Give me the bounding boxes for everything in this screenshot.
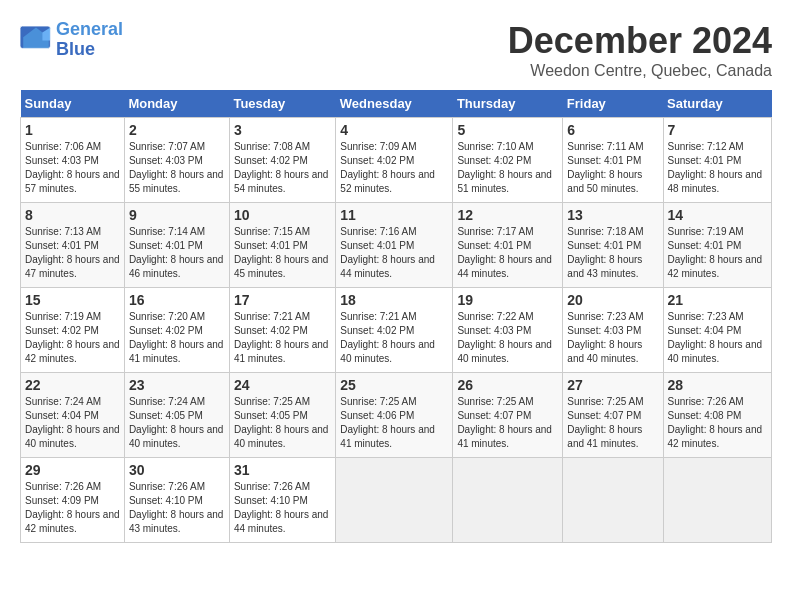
calendar-day-cell: 31 Sunrise: 7:26 AM Sunset: 4:10 PM Dayl… — [229, 458, 335, 543]
day-number: 4 — [340, 122, 448, 138]
calendar-day-cell: 5 Sunrise: 7:10 AM Sunset: 4:02 PM Dayli… — [453, 118, 563, 203]
day-number: 13 — [567, 207, 658, 223]
day-info: Sunrise: 7:25 AM Sunset: 4:07 PM Dayligh… — [567, 395, 658, 451]
day-info: Sunrise: 7:06 AM Sunset: 4:03 PM Dayligh… — [25, 140, 120, 196]
calendar-day-cell: 8 Sunrise: 7:13 AM Sunset: 4:01 PM Dayli… — [21, 203, 125, 288]
day-number: 15 — [25, 292, 120, 308]
calendar-day-cell: 28 Sunrise: 7:26 AM Sunset: 4:08 PM Dayl… — [663, 373, 771, 458]
calendar-day-cell — [453, 458, 563, 543]
calendar-day-cell: 11 Sunrise: 7:16 AM Sunset: 4:01 PM Dayl… — [336, 203, 453, 288]
calendar-day-header: Friday — [563, 90, 663, 118]
day-number: 7 — [668, 122, 767, 138]
calendar-day-cell: 27 Sunrise: 7:25 AM Sunset: 4:07 PM Dayl… — [563, 373, 663, 458]
calendar-day-cell: 12 Sunrise: 7:17 AM Sunset: 4:01 PM Dayl… — [453, 203, 563, 288]
calendar-week-row: 1 Sunrise: 7:06 AM Sunset: 4:03 PM Dayli… — [21, 118, 772, 203]
calendar-day-cell: 13 Sunrise: 7:18 AM Sunset: 4:01 PM Dayl… — [563, 203, 663, 288]
day-info: Sunrise: 7:23 AM Sunset: 4:03 PM Dayligh… — [567, 310, 658, 366]
calendar-header-row: SundayMondayTuesdayWednesdayThursdayFrid… — [21, 90, 772, 118]
title-section: December 2024 Weedon Centre, Quebec, Can… — [508, 20, 772, 80]
calendar-week-row: 29 Sunrise: 7:26 AM Sunset: 4:09 PM Dayl… — [21, 458, 772, 543]
day-number: 18 — [340, 292, 448, 308]
day-info: Sunrise: 7:13 AM Sunset: 4:01 PM Dayligh… — [25, 225, 120, 281]
day-info: Sunrise: 7:26 AM Sunset: 4:09 PM Dayligh… — [25, 480, 120, 536]
day-info: Sunrise: 7:21 AM Sunset: 4:02 PM Dayligh… — [340, 310, 448, 366]
logo-text: General Blue — [56, 20, 123, 60]
calendar-day-cell: 14 Sunrise: 7:19 AM Sunset: 4:01 PM Dayl… — [663, 203, 771, 288]
calendar-day-header: Sunday — [21, 90, 125, 118]
calendar-day-cell: 7 Sunrise: 7:12 AM Sunset: 4:01 PM Dayli… — [663, 118, 771, 203]
day-number: 23 — [129, 377, 225, 393]
day-info: Sunrise: 7:07 AM Sunset: 4:03 PM Dayligh… — [129, 140, 225, 196]
calendar-day-cell: 16 Sunrise: 7:20 AM Sunset: 4:02 PM Dayl… — [124, 288, 229, 373]
calendar-day-header: Wednesday — [336, 90, 453, 118]
day-number: 17 — [234, 292, 331, 308]
day-info: Sunrise: 7:11 AM Sunset: 4:01 PM Dayligh… — [567, 140, 658, 196]
day-info: Sunrise: 7:24 AM Sunset: 4:05 PM Dayligh… — [129, 395, 225, 451]
day-number: 29 — [25, 462, 120, 478]
page-header: General Blue December 2024 Weedon Centre… — [20, 20, 772, 80]
calendar-table: SundayMondayTuesdayWednesdayThursdayFrid… — [20, 90, 772, 543]
day-number: 5 — [457, 122, 558, 138]
calendar-day-cell: 18 Sunrise: 7:21 AM Sunset: 4:02 PM Dayl… — [336, 288, 453, 373]
day-number: 30 — [129, 462, 225, 478]
calendar-day-cell: 2 Sunrise: 7:07 AM Sunset: 4:03 PM Dayli… — [124, 118, 229, 203]
day-number: 26 — [457, 377, 558, 393]
calendar-day-cell: 1 Sunrise: 7:06 AM Sunset: 4:03 PM Dayli… — [21, 118, 125, 203]
day-info: Sunrise: 7:19 AM Sunset: 4:02 PM Dayligh… — [25, 310, 120, 366]
day-number: 24 — [234, 377, 331, 393]
day-number: 27 — [567, 377, 658, 393]
calendar-day-cell: 3 Sunrise: 7:08 AM Sunset: 4:02 PM Dayli… — [229, 118, 335, 203]
calendar-day-cell — [663, 458, 771, 543]
day-number: 8 — [25, 207, 120, 223]
calendar-day-header: Saturday — [663, 90, 771, 118]
day-number: 10 — [234, 207, 331, 223]
day-number: 12 — [457, 207, 558, 223]
calendar-day-cell: 23 Sunrise: 7:24 AM Sunset: 4:05 PM Dayl… — [124, 373, 229, 458]
day-info: Sunrise: 7:26 AM Sunset: 4:10 PM Dayligh… — [129, 480, 225, 536]
day-info: Sunrise: 7:21 AM Sunset: 4:02 PM Dayligh… — [234, 310, 331, 366]
calendar-day-cell: 21 Sunrise: 7:23 AM Sunset: 4:04 PM Dayl… — [663, 288, 771, 373]
day-number: 2 — [129, 122, 225, 138]
calendar-day-cell: 25 Sunrise: 7:25 AM Sunset: 4:06 PM Dayl… — [336, 373, 453, 458]
calendar-week-row: 22 Sunrise: 7:24 AM Sunset: 4:04 PM Dayl… — [21, 373, 772, 458]
day-number: 1 — [25, 122, 120, 138]
day-number: 11 — [340, 207, 448, 223]
day-info: Sunrise: 7:26 AM Sunset: 4:08 PM Dayligh… — [668, 395, 767, 451]
day-number: 16 — [129, 292, 225, 308]
calendar-day-cell: 30 Sunrise: 7:26 AM Sunset: 4:10 PM Dayl… — [124, 458, 229, 543]
calendar-day-cell: 6 Sunrise: 7:11 AM Sunset: 4:01 PM Dayli… — [563, 118, 663, 203]
day-number: 3 — [234, 122, 331, 138]
calendar-day-header: Monday — [124, 90, 229, 118]
calendar-day-cell: 9 Sunrise: 7:14 AM Sunset: 4:01 PM Dayli… — [124, 203, 229, 288]
day-info: Sunrise: 7:20 AM Sunset: 4:02 PM Dayligh… — [129, 310, 225, 366]
calendar-day-cell — [563, 458, 663, 543]
day-info: Sunrise: 7:16 AM Sunset: 4:01 PM Dayligh… — [340, 225, 448, 281]
day-info: Sunrise: 7:19 AM Sunset: 4:01 PM Dayligh… — [668, 225, 767, 281]
day-info: Sunrise: 7:22 AM Sunset: 4:03 PM Dayligh… — [457, 310, 558, 366]
calendar-day-header: Tuesday — [229, 90, 335, 118]
day-info: Sunrise: 7:25 AM Sunset: 4:06 PM Dayligh… — [340, 395, 448, 451]
calendar-day-cell: 29 Sunrise: 7:26 AM Sunset: 4:09 PM Dayl… — [21, 458, 125, 543]
calendar-day-cell: 17 Sunrise: 7:21 AM Sunset: 4:02 PM Dayl… — [229, 288, 335, 373]
calendar-week-row: 8 Sunrise: 7:13 AM Sunset: 4:01 PM Dayli… — [21, 203, 772, 288]
day-number: 9 — [129, 207, 225, 223]
day-number: 19 — [457, 292, 558, 308]
day-info: Sunrise: 7:10 AM Sunset: 4:02 PM Dayligh… — [457, 140, 558, 196]
calendar-day-cell: 20 Sunrise: 7:23 AM Sunset: 4:03 PM Dayl… — [563, 288, 663, 373]
day-number: 28 — [668, 377, 767, 393]
calendar-day-cell — [336, 458, 453, 543]
location-title: Weedon Centre, Quebec, Canada — [508, 62, 772, 80]
day-info: Sunrise: 7:25 AM Sunset: 4:07 PM Dayligh… — [457, 395, 558, 451]
day-number: 14 — [668, 207, 767, 223]
day-number: 31 — [234, 462, 331, 478]
calendar-day-header: Thursday — [453, 90, 563, 118]
calendar-day-cell: 10 Sunrise: 7:15 AM Sunset: 4:01 PM Dayl… — [229, 203, 335, 288]
calendar-day-cell: 22 Sunrise: 7:24 AM Sunset: 4:04 PM Dayl… — [21, 373, 125, 458]
calendar-day-cell: 26 Sunrise: 7:25 AM Sunset: 4:07 PM Dayl… — [453, 373, 563, 458]
day-info: Sunrise: 7:18 AM Sunset: 4:01 PM Dayligh… — [567, 225, 658, 281]
day-number: 21 — [668, 292, 767, 308]
day-info: Sunrise: 7:15 AM Sunset: 4:01 PM Dayligh… — [234, 225, 331, 281]
calendar-day-cell: 24 Sunrise: 7:25 AM Sunset: 4:05 PM Dayl… — [229, 373, 335, 458]
day-number: 20 — [567, 292, 658, 308]
day-info: Sunrise: 7:08 AM Sunset: 4:02 PM Dayligh… — [234, 140, 331, 196]
